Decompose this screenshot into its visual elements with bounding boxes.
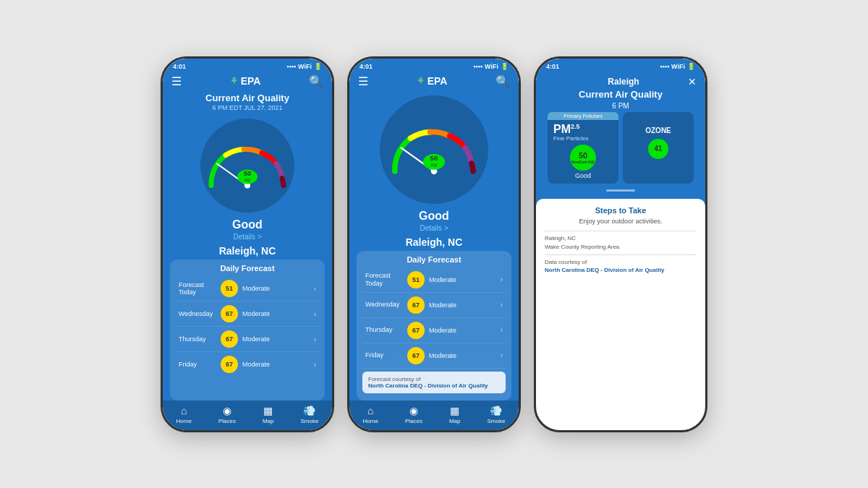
info-divider-1 — [545, 231, 697, 231]
pollutant-quality: Good — [553, 172, 613, 179]
location-2: Raleigh, NC — [406, 236, 463, 248]
forecast-day-1-2: Thursday — [179, 335, 216, 343]
home-icon-2: ⌂ — [367, 405, 373, 416]
epa-logo-2: ⚘ EPA — [417, 75, 448, 87]
forecast-condition-2-1: Moderate — [429, 301, 501, 309]
info-data-courtesy: Data courtesy of — [545, 258, 697, 267]
status-time-2: 4:01 — [359, 63, 373, 70]
gauge-svg-2: 50 AQI — [387, 124, 481, 176]
forecast-row-2-0[interactable]: Forecast Today 51 Moderate › — [362, 267, 506, 293]
map-icon-1: ▦ — [263, 405, 273, 416]
gauge-svg-1: 50 AQI — [204, 140, 291, 191]
forecast-courtesy-label: Forecast courtesy of — [368, 376, 500, 382]
aqi-badge-2-3: 67 — [407, 347, 425, 364]
status-icons-2: ▪▪▪▪ WiFi 🔋 — [473, 63, 509, 70]
status-icons-1: ▪▪▪▪ WiFi 🔋 — [286, 63, 322, 70]
quality-label-1: Good — [232, 218, 263, 231]
aqi-badge-2-1: 67 — [407, 296, 425, 314]
nav-places-label-2: Places — [405, 418, 422, 424]
forecast-row-1-2[interactable]: Thursday 67 Moderate › — [176, 327, 319, 352]
forecast-day-1-3: Friday — [179, 361, 216, 369]
forecast-row-1-3[interactable]: Friday 67 Moderate › — [176, 352, 319, 377]
menu-icon-2[interactable]: ☰ — [358, 74, 368, 88]
forecast-day-1-1: Wednesday — [179, 310, 216, 318]
forecast-source[interactable]: North Carolina DEQ - Division of Air Qua… — [368, 382, 500, 389]
aqi-badge-1-0: 51 — [221, 280, 238, 297]
data-source-link[interactable]: North Carolina DEQ - Division of Air Qua… — [545, 267, 697, 273]
forecast-row-2-2[interactable]: Thursday 67 Moderate › — [362, 318, 506, 343]
forecast-condition-1-0: Moderate — [242, 285, 314, 292]
epa-leaf-2: ⚘ — [417, 76, 425, 86]
details-btn-2[interactable]: Details > — [420, 224, 448, 232]
svg-text:AQI: AQI — [244, 178, 251, 182]
nav-places-2[interactable]: ◉ Places — [405, 405, 422, 424]
aqi-badge-1-3: 67 — [221, 356, 238, 373]
forecast-title-1: Daily Forecast — [176, 264, 319, 273]
aqi-badge-1-1: 67 — [221, 305, 238, 322]
forecast-row-2-1[interactable]: Wednesday 67 Moderate › — [362, 293, 506, 318]
ozone-label: OZONE — [629, 127, 688, 134]
smoke-icon-2: 💨 — [490, 405, 502, 416]
nav-map-1[interactable]: ▦ Map — [263, 405, 274, 424]
modal-top: Raleigh ✕ Current Air Quality 6 PM Prima… — [536, 72, 705, 200]
close-button[interactable]: ✕ — [688, 76, 697, 87]
aq-title-1: Current Air Quality — [205, 93, 289, 105]
chevron-1-2: › — [314, 335, 316, 343]
nav-places-1[interactable]: ◉ Places — [218, 405, 236, 424]
search-icon-1[interactable]: 🔍 — [309, 74, 323, 88]
chevron-2-1: › — [501, 301, 503, 309]
svg-text:50: 50 — [244, 170, 251, 177]
nav-map-label-1: Map — [263, 418, 274, 424]
top-nav-2: ☰ ⚘ EPA 🔍 — [349, 72, 519, 93]
pollutant-sub: 2.5 — [571, 122, 580, 129]
forecast-condition-2-2: Moderate — [429, 327, 501, 334]
nav-smoke-2[interactable]: 💨 Smoke — [488, 405, 506, 424]
forecast-section-1: Daily Forecast Forecast Today 51 Moderat… — [170, 260, 325, 400]
epa-text-2: EPA — [427, 75, 448, 87]
search-icon-2[interactable]: 🔍 — [495, 74, 510, 88]
chevron-1-3: › — [314, 361, 316, 369]
nav-smoke-1[interactable]: 💨 Smoke — [301, 405, 319, 424]
phone-screen-2: 4:01 ▪▪▪▪ WiFi 🔋 ☰ ⚘ EPA 🔍 — [347, 56, 521, 432]
forecast-courtesy: Forecast courtesy of North Carolina DEQ … — [362, 372, 506, 393]
nav-map-label-2: Map — [449, 418, 461, 424]
pm25-aqi-value: 50 — [579, 151, 587, 160]
pm25-aqi-badge: 50 NowCast AQI — [570, 145, 596, 171]
epa-leaf-1: ⚘ — [230, 76, 238, 86]
gauge-1: 50 AQI — [200, 119, 294, 213]
status-bar-1: 4:01 ▪▪▪▪ WiFi 🔋 — [163, 59, 332, 72]
modal-bottom: Steps to Take Enjoy your outdoor activit… — [536, 199, 705, 429]
forecast-row-2-3[interactable]: Friday 67 Moderate › — [362, 343, 506, 369]
forecast-condition-1-2: Moderate — [242, 335, 314, 343]
nav-home-label-1: Home — [176, 418, 192, 424]
home-icon-1: ⌂ — [181, 405, 187, 416]
aqi-badge-1-2: 67 — [221, 330, 238, 348]
screen2-content: 50 AQI Good Details > Raleigh, NC Daily … — [349, 93, 519, 401]
forecast-condition-2-0: Moderate — [429, 276, 501, 283]
pollutant-name: PM2.5 — [553, 123, 613, 136]
aqi-badge-2-2: 67 — [407, 322, 425, 339]
chevron-2-2: › — [501, 326, 503, 334]
phone-screen-3: 4:01 ▪▪▪▪ WiFi 🔋 Raleigh ✕ Current Air Q… — [534, 56, 707, 432]
quality-label-2: Good — [419, 210, 449, 223]
forecast-day-2-3: Friday — [365, 351, 403, 359]
forecast-section-2: Daily Forecast Forecast Today 51 Moderat… — [357, 251, 511, 401]
chevron-2-3: › — [501, 351, 503, 359]
forecast-day-1-0: Forecast Today — [179, 281, 216, 297]
details-btn-1[interactable]: Details > — [233, 233, 261, 241]
forecast-row-1-0[interactable]: Forecast Today 51 Moderate › — [176, 276, 319, 301]
status-time-3: 4:01 — [546, 63, 559, 70]
chevron-1-1: › — [314, 310, 316, 318]
screen1-content: Current Air Quality 6 PM EDT JUL 27, 202… — [163, 93, 332, 401]
places-icon-1: ◉ — [223, 405, 231, 416]
forecast-title-2: Daily Forecast — [362, 255, 506, 264]
modal-header: Raleigh ✕ — [545, 76, 697, 87]
nav-places-label-1: Places — [218, 418, 236, 424]
menu-icon-1[interactable]: ☰ — [171, 74, 182, 88]
nav-home-1[interactable]: ⌂ Home — [176, 405, 192, 424]
nav-map-2[interactable]: ▦ Map — [449, 405, 461, 424]
forecast-row-1-1[interactable]: Wednesday 67 Moderate › — [176, 301, 319, 327]
nav-home-2[interactable]: ⌂ Home — [363, 405, 378, 424]
primary-pollutant-badge: Primary Pollutant — [548, 112, 618, 120]
pm25-aqi-sublabel: NowCast AQI — [571, 160, 594, 164]
